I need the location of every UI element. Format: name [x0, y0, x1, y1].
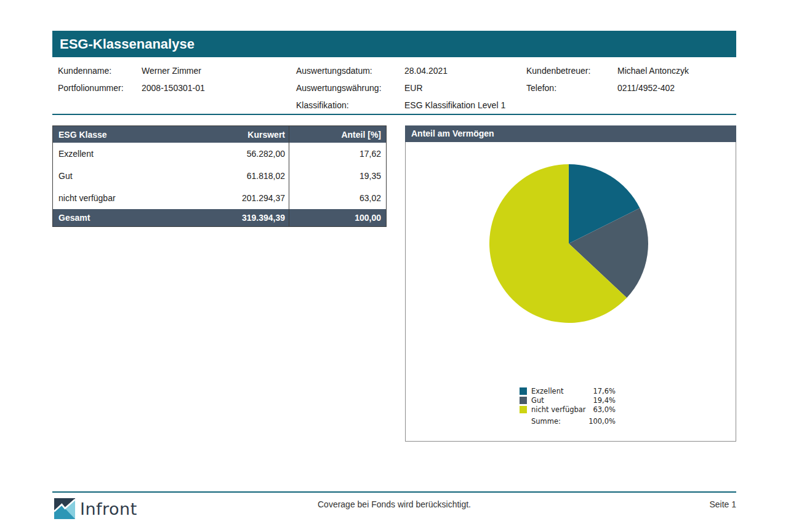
info-label: Auswertungsdatum: [296, 65, 404, 77]
total-kurswert: 319.394,39 [175, 213, 289, 223]
table-total-row: Gesamt 319.394,39 100,00 [53, 209, 386, 226]
chart-panel-body: Exzellent 17,6% Gut 19,4% nicht verfügba… [405, 142, 736, 442]
table-row: nicht verfügbar 201.294,37 63,02 [53, 187, 386, 209]
cell-klasse: Exzellent [53, 149, 175, 159]
page-title: ESG-Klassenanalyse [52, 31, 736, 57]
pie-legend: Exzellent 17,6% Gut 19,4% nicht verfügba… [520, 386, 616, 426]
customer-info: Kundenname:Werner Zimmer Portfolionummer… [52, 62, 736, 111]
info-portfolionummer: Portfolionummer:2008-150301-01 [58, 82, 205, 94]
report-page: ESG-Klassenanalyse Kundenname:Werner Zim… [0, 0, 791, 532]
footer-note: Coverage bei Fonds wird berücksichtigt. [52, 499, 736, 509]
info-value: ESG Klassifikation Level 1 [404, 100, 505, 110]
cell-klasse: nicht verfügbar [53, 193, 175, 203]
info-label: Telefon: [526, 82, 617, 94]
info-label: Kundenname: [58, 65, 142, 77]
legend-value: 17,6% [593, 387, 616, 395]
info-label: Portfolionummer: [58, 82, 142, 94]
info-value: 2008-150301-01 [142, 83, 205, 93]
table-row: Gut 61.818,02 19,35 [53, 165, 386, 187]
legend-value: 19,4% [593, 396, 616, 405]
total-label: Gesamt [53, 213, 175, 223]
table-header-row: ESG Klasse Kurswert Anteil [%] [53, 126, 386, 143]
info-klassifikation: Klassifikation:ESG Klassifikation Level … [296, 99, 505, 111]
esg-table: ESG Klasse Kurswert Anteil [%] Exzellent… [52, 125, 387, 227]
table-body: Exzellent 56.282,00 17,62 Gut 61.818,02 … [53, 143, 386, 209]
legend-item: Gut 19,4% [520, 395, 616, 405]
cell-kurswert: 61.818,02 [175, 171, 289, 181]
cell-kurswert: 56.282,00 [175, 149, 289, 159]
legend-summe-label: Summe: [531, 417, 588, 426]
info-value: Michael Antonczyk [617, 66, 689, 76]
info-value: 28.04.2021 [404, 66, 448, 76]
legend-label: Exzellent [531, 387, 593, 395]
info-auswertungsdatum: Auswertungsdatum:28.04.2021 [296, 65, 448, 77]
cell-kurswert: 201.294,37 [175, 193, 289, 203]
legend-swatch-exzellent [520, 387, 527, 395]
table-row: Exzellent 56.282,00 17,62 [53, 143, 386, 165]
info-value: 0211/4952-402 [617, 83, 675, 93]
cell-anteil: 19,35 [289, 165, 386, 187]
cell-anteil: 63,02 [289, 187, 386, 209]
legend-total: Summe: 100,0% [520, 416, 616, 426]
cell-anteil: 17,62 [289, 143, 386, 165]
legend-swatch-gut [520, 397, 527, 404]
legend-swatch-nicht-verfuegbar [520, 406, 527, 413]
info-label: Klassifikation: [296, 99, 404, 111]
chart-panel: Anteil am Vermögen Exzellent 17,6% Gut 1… [405, 125, 736, 442]
info-telefon: Telefon:0211/4952-402 [526, 82, 675, 94]
legend-summe-value: 100,0% [588, 417, 616, 426]
total-anteil: 100,00 [289, 209, 386, 226]
info-label: Auswertungswährung: [296, 82, 404, 94]
col-header-esg-klasse: ESG Klasse [53, 130, 175, 140]
info-auswertungswaehrung: Auswertungswährung:EUR [296, 82, 423, 94]
page-number: Seite 1 [709, 499, 736, 509]
legend-item: Exzellent 17,6% [520, 386, 616, 395]
pie-chart [489, 164, 649, 324]
info-kundenname: Kundenname:Werner Zimmer [58, 65, 201, 77]
legend-label: Gut [531, 396, 593, 405]
info-value: EUR [404, 83, 423, 93]
info-kundenbetreuer: Kundenbetreuer:Michael Antonczyk [526, 65, 689, 77]
footer-divider [52, 491, 736, 493]
legend-item: nicht verfügbar 63,0% [520, 405, 616, 414]
info-value: Werner Zimmer [142, 66, 201, 76]
chart-panel-title: Anteil am Vermögen [405, 125, 736, 142]
header-divider [52, 114, 736, 115]
legend-value: 63,0% [593, 405, 616, 414]
cell-klasse: Gut [53, 171, 175, 181]
col-header-anteil: Anteil [%] [289, 126, 386, 143]
info-label: Kundenbetreuer: [526, 65, 617, 77]
legend-label: nicht verfügbar [531, 405, 593, 414]
col-header-kurswert: Kurswert [175, 130, 289, 140]
